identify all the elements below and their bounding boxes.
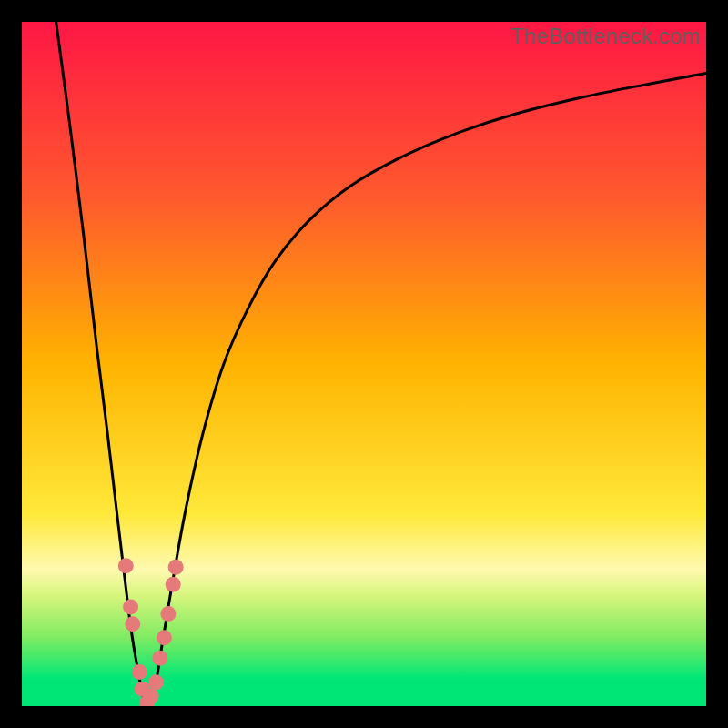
data-marker	[123, 599, 138, 614]
data-marker	[160, 606, 176, 622]
data-marker	[157, 630, 172, 645]
data-marker	[132, 664, 147, 680]
watermark-text: TheBottleneck.com	[511, 24, 701, 49]
data-marker	[144, 688, 159, 703]
data-marker	[166, 577, 181, 592]
data-marker	[118, 558, 134, 573]
data-marker	[152, 651, 167, 666]
bottleneck-chart	[22, 22, 706, 706]
data-marker	[148, 674, 164, 690]
plot-area: TheBottleneck.com	[22, 22, 706, 706]
data-marker	[168, 560, 184, 575]
data-marker	[125, 616, 140, 632]
chart-frame: TheBottleneck.com	[0, 0, 728, 728]
